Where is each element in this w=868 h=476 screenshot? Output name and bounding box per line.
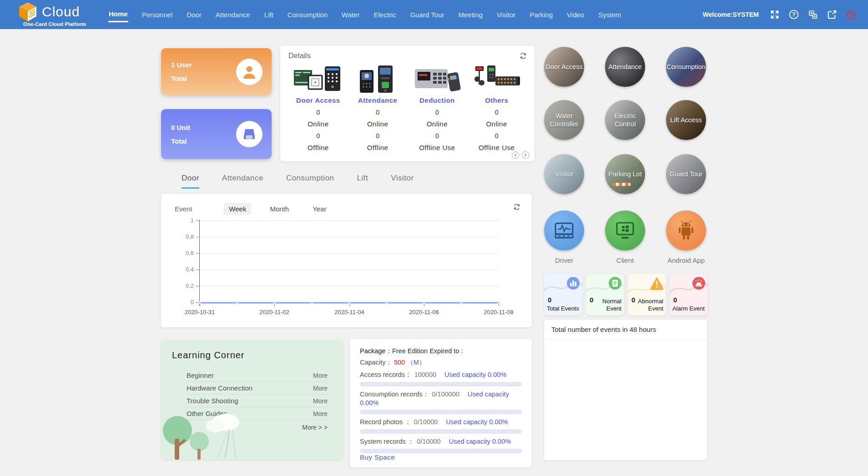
details-category-name[interactable]: Deduction (408, 96, 467, 104)
app-android[interactable]: Android App (656, 210, 716, 264)
range-year-button[interactable]: Year (308, 203, 331, 215)
online-label: Online (348, 120, 408, 128)
app-door-access[interactable]: Door Access (544, 47, 584, 87)
app-electric-control[interactable]: Electric Control (605, 100, 645, 140)
tab-consumption[interactable]: Consumption (286, 174, 334, 189)
tab-attendance[interactable]: Attendance (222, 174, 263, 189)
range-month-button[interactable]: Month (265, 203, 294, 215)
refresh-icon[interactable] (519, 52, 527, 60)
learning-item-beginner[interactable]: Beginner More (187, 369, 328, 382)
buy-space-link[interactable]: Buy Space (360, 453, 395, 461)
svg-text:?: ? (792, 11, 795, 18)
nav-item-personnel[interactable]: Personnel (141, 8, 173, 21)
learning-item-troubleshooting[interactable]: Trouble Shooting More (187, 395, 328, 407)
nav-item-lift[interactable]: Lift (264, 8, 274, 21)
chart-x-labels: 2020-10-312020-11-022020-11-042020-11-06… (200, 304, 500, 318)
nav-item-visitor[interactable]: Visitor (496, 8, 516, 21)
online-label: Online (408, 120, 467, 128)
open-new-window-icon[interactable] (827, 10, 837, 20)
tab-lift[interactable]: Lift (357, 174, 368, 189)
quota-consumption-records: Consumption records：0/100000Used capacit… (360, 390, 522, 414)
nav-item-water[interactable]: Water (341, 8, 360, 21)
details-category-name[interactable]: Attendance (348, 96, 408, 104)
online-count: 0 (348, 109, 408, 116)
learning-title: Learning Corner (172, 350, 245, 361)
brand-logo: Cloud (17, 2, 80, 22)
tab-visitor[interactable]: Visitor (391, 174, 414, 189)
app-consumption[interactable]: Consumption (666, 47, 706, 87)
package-label: Package： (360, 347, 392, 355)
warning-triangle-icon (650, 276, 664, 290)
client-label: Client (616, 256, 634, 264)
nav-item-video[interactable]: Video (566, 8, 585, 21)
more-link[interactable]: More (313, 397, 328, 405)
app-driver[interactable]: Driver (534, 210, 594, 264)
app-client[interactable]: Client (595, 210, 655, 264)
welcome-user-label: Welcome:SYSTEM (703, 11, 759, 18)
events-48h-title: Total number of events in 48 hours (544, 320, 707, 340)
trees-illustration (161, 409, 252, 460)
others-devices-image (472, 64, 522, 94)
nav-item-electric[interactable]: Electric (373, 8, 397, 21)
fullscreen-icon[interactable] (770, 10, 780, 20)
app-parking-lot[interactable]: Parking Lot (605, 154, 645, 194)
details-category-name[interactable]: Others (467, 96, 526, 104)
attendance-devices-image (353, 64, 403, 94)
stat-total-events: 0 Total Events (544, 274, 582, 316)
bar-chart-icon (566, 276, 580, 290)
learning-item-hardware[interactable]: Hardware Connection More (187, 382, 328, 395)
stat-label: Alarm Event (672, 305, 705, 312)
app-visitor[interactable]: Visitor (544, 154, 584, 194)
app-lift-access[interactable]: Lift Access (666, 100, 706, 140)
tab-door[interactable]: Door (182, 174, 199, 189)
learning-corner-panel: Learning Corner Beginner More Hardware C… (161, 340, 343, 460)
document-icon (608, 276, 622, 290)
package-value: Free Edition Expired to : (392, 347, 463, 355)
stat-label: Total Events (547, 305, 580, 312)
device-icon (242, 126, 257, 142)
more-link[interactable]: More (313, 385, 328, 392)
stat-alarm-event: 0 Alarm Event (670, 274, 708, 316)
capacity-unit: （M） (407, 359, 425, 366)
offline-count: 0 (467, 132, 526, 140)
details-category-name[interactable]: Door Access (288, 96, 348, 104)
range-week-button[interactable]: Week (224, 203, 251, 215)
more-link[interactable]: More (313, 372, 328, 379)
chart-plot (200, 220, 499, 302)
quota-system-records: System records ：0/10000Used capacity 0.0… (360, 437, 522, 453)
app-attendance[interactable]: Attendance (605, 47, 645, 87)
offline-count: 0 (408, 132, 467, 140)
chevron-right-icon (524, 153, 527, 157)
online-count: 0 (408, 109, 467, 116)
online-label: Online (467, 120, 526, 128)
nav-item-guard-tour[interactable]: Guard Tour (410, 8, 445, 21)
stat-normal-event: 0 Normal Event (586, 274, 624, 316)
nav-item-system[interactable]: System (598, 8, 621, 21)
stat-count: 0 (548, 296, 551, 304)
details-prev-button[interactable] (512, 151, 519, 159)
language-icon[interactable]: A (808, 10, 818, 20)
help-icon[interactable]: ? (789, 10, 799, 20)
nav-item-attendance[interactable]: Attendance (215, 8, 251, 21)
logout-power-icon[interactable] (846, 10, 856, 20)
nav-item-consumption[interactable]: Consumption (287, 8, 328, 21)
nav-item-meeting[interactable]: Meeting (458, 8, 483, 21)
details-next-button[interactable] (522, 151, 529, 159)
online-count: 0 (288, 109, 348, 116)
online-count: 0 (467, 109, 526, 116)
nav-item-door[interactable]: Door (186, 8, 202, 21)
app-water-controller[interactable]: Water Controller (544, 100, 584, 140)
nav-item-home[interactable]: Home (108, 7, 128, 22)
app-guard-tour[interactable]: Guard Tour (666, 154, 706, 194)
refresh-icon[interactable] (513, 203, 521, 211)
capacity-value: 500 (394, 359, 405, 366)
module-tabs: Door Attendance Consumption Lift Visitor (182, 174, 414, 189)
more-link[interactable]: More (313, 410, 328, 417)
offline-count: 0 (288, 132, 348, 140)
cube-logo-icon (17, 2, 38, 22)
stat-abnormal-event: 0 Abnormal Event (628, 274, 666, 316)
offline-label: Offline (288, 144, 348, 151)
learning-more-all-link[interactable]: More > > (302, 424, 328, 431)
nav-item-parking[interactable]: Parking (529, 8, 553, 21)
top-navbar: Cloud One-Card Cloud Platform Home Perso… (0, 0, 868, 29)
